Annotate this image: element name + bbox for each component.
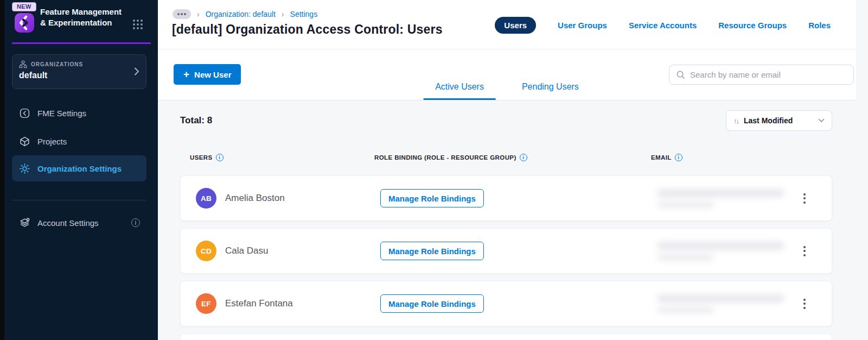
chevron-right-icon bbox=[134, 67, 139, 76]
org-selector-label: ORGANIZATIONS bbox=[31, 61, 83, 67]
total-count-value: 8 bbox=[207, 115, 212, 125]
breadcrumb: › Organization: default › Settings bbox=[173, 9, 317, 19]
cube-icon bbox=[19, 136, 30, 147]
email-info-icon[interactable]: i bbox=[675, 154, 682, 161]
breadcrumb-link-organization[interactable]: Organization: default bbox=[206, 10, 276, 18]
manage-role-bindings-button[interactable]: Manage Role Bindings bbox=[380, 242, 484, 260]
breadcrumb-link-settings[interactable]: Settings bbox=[290, 10, 318, 18]
new-user-button[interactable]: + New User bbox=[174, 64, 241, 85]
main-panel: › Organization: default › Settings [defa… bbox=[158, 0, 856, 340]
users-info-icon[interactable]: i bbox=[216, 154, 224, 161]
table-row-partial bbox=[180, 333, 832, 340]
tab-resource-groups[interactable]: Resource Groups bbox=[718, 21, 787, 30]
table-row: AB Amelia Boston Manage Role Bindings bbox=[180, 175, 832, 221]
tab-service-accounts[interactable]: Service Accounts bbox=[629, 21, 697, 30]
manage-role-bindings-button[interactable]: Manage Role Bindings bbox=[380, 294, 484, 313]
plus-icon: + bbox=[183, 69, 189, 79]
tab-user-groups[interactable]: User Groups bbox=[558, 21, 607, 30]
user-cell: EF Estefan Fontana bbox=[196, 293, 380, 314]
subtab-pending-users[interactable]: Pending Users bbox=[510, 75, 591, 100]
column-header-users: USERS i bbox=[190, 154, 374, 161]
search-box bbox=[669, 65, 854, 85]
sidebar-item-label: Account Settings bbox=[37, 218, 99, 228]
user-name: Cala Dasu bbox=[225, 245, 268, 256]
app-grid-icon[interactable] bbox=[132, 18, 144, 30]
table-header-row: USERS i ROLE BINDING (ROLE - RESOURCE GR… bbox=[180, 154, 832, 161]
sort-dropdown[interactable]: ↑↓ Last Modified bbox=[726, 110, 832, 131]
brand-divider bbox=[12, 42, 151, 44]
fme-logo-icon bbox=[14, 12, 35, 33]
user-cell: AB Amelia Boston bbox=[196, 188, 380, 209]
search-input[interactable] bbox=[690, 70, 847, 79]
user-rows: AB Amelia Boston Manage Role Bindings CD… bbox=[180, 175, 832, 340]
sidebar-item-projects[interactable]: Projects bbox=[12, 131, 146, 151]
sort-dropdown-value: Last Modified bbox=[744, 116, 793, 125]
sidebar-divider bbox=[12, 200, 146, 200]
window-edge-strip bbox=[0, 0, 4, 340]
layers-gear-icon bbox=[19, 217, 30, 229]
breadcrumb-separator: › bbox=[197, 10, 200, 18]
user-name: Amelia Boston bbox=[225, 193, 285, 204]
tab-users[interactable]: Users bbox=[495, 17, 536, 34]
product-title: Feature Management & Experimentation bbox=[40, 7, 126, 28]
avatar: CD bbox=[196, 241, 216, 261]
account-info-icon[interactable]: i bbox=[131, 218, 140, 227]
email-redacted bbox=[657, 294, 793, 313]
user-cell: CD Cala Dasu bbox=[196, 241, 380, 261]
column-header-role-binding: ROLE BINDING (ROLE - RESOURCE GROUP) i bbox=[374, 154, 651, 161]
sidebar-item-account-settings[interactable]: Account Settings i bbox=[12, 213, 146, 232]
avatar: EF bbox=[196, 293, 216, 314]
column-header-email: EMAIL i bbox=[651, 154, 799, 161]
row-menu-kebab-icon[interactable] bbox=[800, 243, 809, 260]
user-state-subtabs: Active Users Pending Users bbox=[423, 75, 591, 100]
manage-role-bindings-button[interactable]: Manage Role Bindings bbox=[380, 189, 484, 207]
organization-selector[interactable]: ORGANIZATIONS default bbox=[12, 54, 146, 89]
org-selector-value: default bbox=[19, 71, 139, 80]
user-list-content: Total: 8 ↑↓ Last Modified USERS i ROLE B… bbox=[158, 100, 856, 340]
total-count: Total: 8 bbox=[180, 115, 212, 126]
page-title: [default] Organization Access Control: U… bbox=[172, 22, 443, 37]
sidebar: NEW Feature Management & Experimentation… bbox=[4, 0, 158, 340]
user-name: Estefan Fontana bbox=[225, 298, 293, 309]
fme-settings-icon bbox=[19, 108, 30, 119]
new-user-button-label: New User bbox=[194, 70, 231, 79]
email-redacted bbox=[657, 242, 793, 261]
toolbar: + New User Active Users Pending Users bbox=[158, 49, 856, 100]
breadcrumb-ellipsis[interactable] bbox=[173, 9, 191, 19]
chevron-down-icon bbox=[818, 118, 825, 123]
access-control-tabs: Users User Groups Service Accounts Resou… bbox=[495, 17, 831, 34]
row-menu-kebab-icon[interactable] bbox=[800, 190, 809, 207]
table-row: EF Estefan Fontana Manage Role Bindings bbox=[180, 281, 832, 326]
sidebar-item-label: Organization Settings bbox=[37, 164, 122, 173]
email-redacted bbox=[657, 189, 793, 208]
page-header: › Organization: default › Settings [defa… bbox=[158, 0, 856, 49]
new-badge: NEW bbox=[12, 2, 36, 11]
sidebar-item-label: Projects bbox=[37, 137, 67, 146]
table-row: CD Cala Dasu Manage Role Bindings bbox=[180, 228, 832, 274]
search-icon bbox=[676, 70, 685, 79]
breadcrumb-separator: › bbox=[282, 10, 284, 18]
sort-arrows-icon: ↑↓ bbox=[733, 117, 738, 125]
subtab-active-users[interactable]: Active Users bbox=[423, 75, 496, 100]
tab-roles[interactable]: Roles bbox=[808, 21, 831, 30]
role-binding-info-icon[interactable]: i bbox=[520, 154, 527, 161]
org-hierarchy-icon bbox=[19, 60, 27, 68]
sidebar-item-organization-settings[interactable]: Organization Settings bbox=[12, 155, 146, 181]
sidebar-item-label: FME Settings bbox=[37, 109, 86, 118]
gear-icon bbox=[19, 163, 30, 174]
row-menu-kebab-icon[interactable] bbox=[800, 295, 809, 312]
avatar: AB bbox=[196, 188, 216, 209]
sidebar-item-fme-settings[interactable]: FME Settings bbox=[12, 103, 146, 123]
